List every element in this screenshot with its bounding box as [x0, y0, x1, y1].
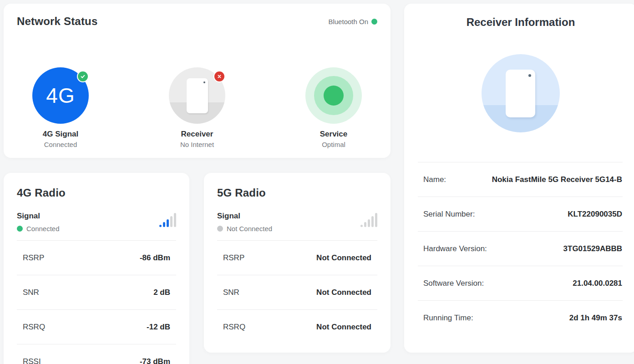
row-label: Name: [423, 175, 446, 184]
row-label: SNR [23, 288, 39, 297]
status-item-label: 4G Signal [43, 130, 78, 139]
table-row: Software Version: 21.04.00.0281 [418, 266, 623, 300]
receiver-info-card: Receiver Information Name: Nokia FastMil… [404, 4, 634, 353]
row-label: RSRP [23, 253, 44, 263]
bluetooth-label: Bluetooth On [328, 18, 368, 25]
row-label: SNR [223, 288, 239, 297]
row-value: Not Connected [316, 288, 371, 297]
receiver-info-table: Name: Nokia FastMile 5G Receiver 5G14-B … [418, 162, 623, 335]
network-status-items: 4G 4G Signal Connected Receiver No Inter… [4, 67, 391, 148]
row-label: Running Time: [423, 313, 473, 323]
table-row: Running Time: 2d 1h 49m 37s [418, 300, 623, 335]
row-value: KLT22090035D [568, 210, 622, 219]
bluetooth-status: Bluetooth On [328, 18, 377, 25]
signal-bars-icon [360, 212, 377, 227]
status-item-4g-signal: 4G 4G Signal Connected [4, 67, 117, 148]
row-label: RSRP [223, 253, 244, 263]
row-value: 21.04.00.0281 [573, 279, 622, 288]
signal-status: Connected [17, 225, 60, 233]
status-item-receiver: Receiver No Internet [140, 67, 254, 148]
row-label: RSRQ [23, 323, 45, 332]
row-value: Not Connected [316, 323, 371, 332]
receiver-device-illustration [482, 54, 560, 132]
signal-status-text: Connected [26, 225, 60, 233]
signal-label: Signal [17, 212, 60, 221]
receiver-icon [169, 67, 225, 124]
row-value: Nokia FastMile 5G Receiver 5G14-B [492, 175, 622, 184]
5g-metrics-table: RSRP Not Connected SNR Not Connected RSR… [217, 240, 377, 344]
page-title: Network Status [17, 15, 98, 28]
camera-dot-icon [528, 74, 531, 77]
receiver-info-title: Receiver Information [404, 4, 634, 29]
row-value: 2d 1h 49m 37s [569, 313, 622, 323]
row-label: RSSI [23, 357, 41, 364]
network-status-header: Network Status Bluetooth On [4, 4, 391, 28]
camera-dot-icon [203, 81, 205, 83]
table-row: RSSI -73 dBm [17, 344, 176, 364]
row-value: 2 dB [153, 288, 170, 297]
signal-bars-icon [159, 212, 176, 227]
cross-icon [213, 71, 225, 82]
4g-icon-text: 4G [46, 83, 75, 108]
row-value: -73 dBm [140, 357, 170, 364]
table-row: Serial Number: KLT22090035D [418, 197, 623, 231]
table-row: RSRP -86 dBm [17, 240, 176, 275]
receiver-device-icon [506, 70, 535, 117]
status-item-sub: Optimal [322, 141, 345, 148]
signal-label: Signal [217, 212, 272, 221]
row-value: 3TG01529ABBB [563, 244, 622, 253]
connected-dot-icon [17, 226, 23, 232]
table-row: RSRP Not Connected [217, 240, 377, 275]
row-label: Software Version: [423, 279, 484, 288]
table-row: RSRQ Not Connected [217, 309, 377, 344]
4g-metrics-table: RSRP -86 dBm SNR 2 dB RSRQ -12 dB RSSI -… [17, 240, 176, 364]
service-ring-middle [314, 76, 353, 115]
table-row: SNR 2 dB [17, 275, 176, 309]
row-label: Hardware Version: [423, 244, 487, 253]
row-label: RSRQ [223, 323, 245, 332]
row-value: -12 dB [147, 323, 170, 332]
4g-signal-icon: 4G [32, 67, 89, 124]
row-label: Serial Number: [423, 210, 475, 219]
service-rings-icon [305, 67, 362, 124]
4g-radio-title: 4G Radio [17, 187, 176, 199]
row-value: Not Connected [316, 253, 371, 263]
status-item-label: Service [320, 130, 348, 139]
5g-radio-title: 5G Radio [217, 187, 377, 199]
4g-signal-header: Signal Connected [17, 212, 176, 233]
5g-radio-card: 5G Radio Signal Not Connected RSRP Not C… [204, 173, 391, 353]
table-row: RSRQ -12 dB [17, 309, 176, 344]
status-item-sub: Connected [44, 141, 77, 148]
service-ring-core [324, 86, 344, 106]
5g-signal-header: Signal Not Connected [217, 212, 377, 233]
status-item-label: Receiver [181, 130, 213, 139]
signal-status: Not Connected [217, 225, 272, 233]
network-status-card: Network Status Bluetooth On 4G 4G Signal… [4, 4, 391, 158]
receiver-device-icon [187, 78, 208, 113]
check-icon [77, 71, 89, 82]
table-row: SNR Not Connected [217, 275, 377, 309]
table-row: Name: Nokia FastMile 5G Receiver 5G14-B [418, 162, 623, 197]
status-item-service: Service Optimal [277, 67, 391, 148]
table-row: Hardware Version: 3TG01529ABBB [418, 231, 623, 266]
status-item-sub: No Internet [180, 141, 214, 148]
4g-radio-card: 4G Radio Signal Connected RSRP -86 dBm S… [4, 173, 189, 364]
bluetooth-on-icon [371, 19, 377, 25]
row-value: -86 dBm [140, 253, 170, 263]
signal-status-text: Not Connected [227, 225, 272, 233]
disconnected-dot-icon [217, 226, 223, 232]
